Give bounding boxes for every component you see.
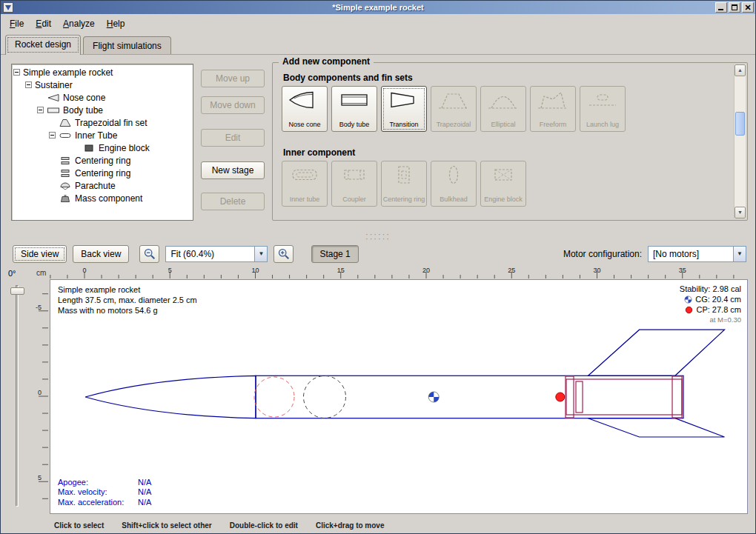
stage-1-toggle[interactable]: Stage 1 [311,245,358,263]
body-components-label: Body components and fin sets [283,73,413,83]
motor-configuration-select[interactable]: [No motors] ▼ [648,246,746,262]
move-up-button[interactable]: Move up [201,70,265,87]
centering-ring-icon [59,156,72,165]
component-scrollbar[interactable]: ▲ ▼ [734,64,746,218]
tree-item-rocket[interactable]: Simple example rocket [13,66,193,79]
rocket-mass: Mass with no motors 54.6 g [58,305,197,316]
add-component-group: Add new component Body components and fi… [272,62,748,221]
tree-item-centering-ring-2[interactable]: Centering ring [49,167,193,179]
add-engine-block-button[interactable]: Engine block [480,161,526,207]
zoom-out-button[interactable] [139,245,159,263]
scroll-up-icon[interactable]: ▲ [735,64,746,76]
back-view-button[interactable]: Back view [73,245,129,263]
inner-component-label: Inner component [283,147,355,158]
add-body-tube-button[interactable]: Body tube [331,86,377,132]
maximize-button[interactable] [729,2,740,13]
nose-cone-icon [288,89,321,111]
status-bar: Click to select Shift+click to select ot… [1,517,755,533]
scroll-down-icon[interactable]: ▼ [735,207,746,218]
svg-text:0: 0 [82,267,86,274]
chevron-down-icon[interactable]: ▼ [733,247,746,261]
add-launch-lug-button[interactable]: Launch lug [580,86,626,132]
title-bar[interactable]: *Simple example rocket ✕ [1,1,755,14]
delete-button[interactable]: Delete [201,193,265,210]
add-transition-button[interactable]: Transition [381,86,427,132]
engine-block-icon [82,144,96,153]
maximize-icon [732,4,737,10]
nose-cone-icon [47,93,60,102]
freeform-fin-icon [537,89,569,111]
tree-item-engine-block[interactable]: Engine block [73,141,193,154]
parachute-outline[interactable] [254,377,294,417]
tree-item-mass-component[interactable]: Mass component [49,192,193,204]
menu-analyze[interactable]: Analyze [57,16,101,31]
cg-value: CG: 20.4 cm [695,294,741,304]
centering-ring-icon [388,164,420,186]
collapse-icon[interactable] [25,81,32,88]
svg-text:30: 30 [593,267,600,274]
svg-text:0: 0 [38,389,42,396]
tab-rocket-design[interactable]: Rocket design [5,35,81,55]
collapse-icon[interactable] [49,132,56,138]
component-tree[interactable]: Simple example rocket Sustainer Nose con… [11,64,193,221]
tab-flight-simulations[interactable]: Flight simulations [83,36,171,54]
rotation-slider-thumb[interactable] [10,287,24,295]
centering-ring-icon [59,169,72,178]
hint-click-drag: Click+drag to move [316,521,385,530]
mass-component-outline[interactable] [304,376,346,418]
app-window: *Simple example rocket ✕ File Edit Analy… [0,0,756,534]
add-inner-tube-button[interactable]: Inner tube [282,161,328,207]
close-button[interactable]: ✕ [742,2,754,13]
scrollbar-thumb[interactable] [735,112,745,136]
motor-configuration-value: [No motors] [649,247,733,261]
fin-set-icon [59,119,72,127]
new-stage-button[interactable]: New stage [201,161,265,179]
cp-marker [556,393,565,401]
add-trapezoidal-fin-button[interactable]: Trapezoidal [431,86,477,132]
collapse-icon[interactable] [13,69,20,76]
menu-file[interactable]: File [4,16,30,31]
tree-item-fin-set[interactable]: Trapezoidal fin set [49,116,193,129]
move-down-button[interactable]: Move down [201,96,265,114]
rotation-slider[interactable] [16,285,19,507]
zoom-select[interactable]: Fit (60.4%) ▼ [165,246,268,262]
fin-outline[interactable] [588,330,725,437]
collapse-icon[interactable] [37,107,44,113]
vertical-ruler: -505 [33,279,49,514]
tree-item-inner-tube[interactable]: Inner Tube [49,129,193,141]
motor-mount-outline[interactable] [566,376,682,418]
body-tube-icon [47,106,60,115]
splitter-handle[interactable]: ············ [1,230,755,241]
transition-icon [388,89,420,111]
window-title: *Simple example rocket [1,1,755,14]
tree-item-centering-ring-1[interactable]: Centering ring [49,154,193,167]
rocket-drawing-area[interactable]: Simple example rocket Length 37.5 cm, ma… [50,279,748,514]
tree-item-sustainer[interactable]: Sustainer [25,79,193,91]
add-freeform-fin-button[interactable]: Freeform [530,86,576,132]
close-icon: ✕ [744,3,751,12]
side-view-button[interactable]: Side view [13,245,67,263]
svg-text:20: 20 [422,267,430,274]
app-icon [3,2,13,13]
cg-marker [428,392,439,402]
minimize-button[interactable] [715,2,727,13]
chevron-down-icon[interactable]: ▼ [254,247,267,261]
add-centering-ring-button[interactable]: Centering ring [381,161,427,207]
zoom-in-button[interactable] [273,245,294,263]
menu-edit[interactable]: Edit [30,16,57,31]
tree-item-body-tube[interactable]: Body tube [37,104,193,116]
rocket-outline[interactable] [85,376,683,418]
rocket-canvas: 0° cm 05101520253035 -505 [1,266,755,517]
tree-item-parachute[interactable]: Parachute [49,179,193,192]
add-elliptical-fin-button[interactable]: Elliptical [480,86,526,132]
bulkhead-icon [437,164,470,186]
add-bulkhead-button[interactable]: Bulkhead [431,161,477,207]
menu-help[interactable]: Help [101,16,131,31]
coupler-icon [338,164,371,186]
add-coupler-button[interactable]: Coupler [331,161,377,207]
edit-button[interactable]: Edit [201,129,265,147]
tree-item-nose-cone[interactable]: Nose cone [37,91,193,104]
stability-value: Stability: 2.98 cal [680,284,741,294]
ruler-unit-label: cm [36,269,46,277]
add-nose-cone-button[interactable]: Nose cone [282,86,328,132]
